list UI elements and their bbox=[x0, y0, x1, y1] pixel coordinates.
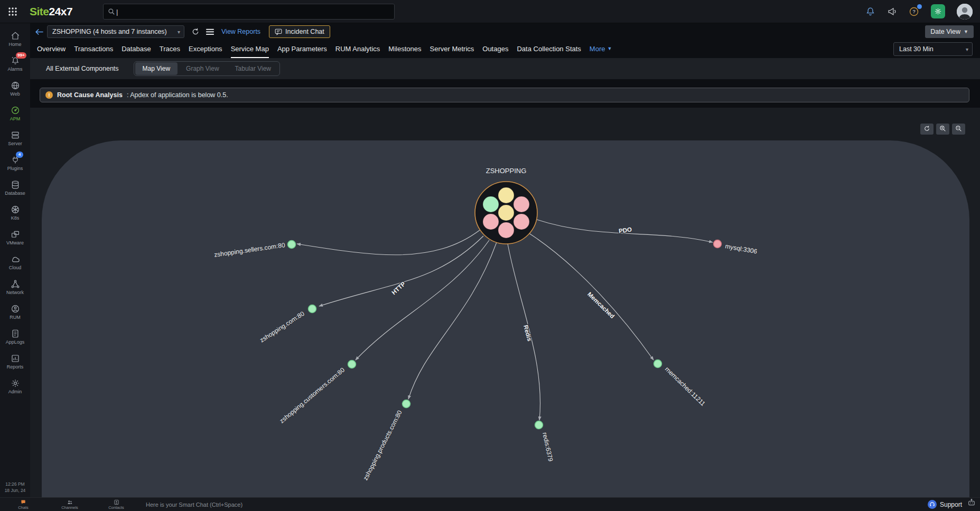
tab-rum-analytics[interactable]: RUM Analytics bbox=[335, 40, 380, 58]
component-node-products[interactable] bbox=[403, 400, 410, 408]
tab-database[interactable]: Database bbox=[122, 40, 151, 58]
tab-data-collection-stats[interactable]: Data Collection Stats bbox=[517, 40, 581, 58]
bottombar-item-chats[interactable]: Chats bbox=[0, 498, 46, 511]
smart-chat-hint[interactable]: Here is your Smart Chat (Ctrl+Space) bbox=[146, 501, 242, 508]
view-tabular-view[interactable]: Tabular View bbox=[228, 62, 278, 75]
sidebar-item-database[interactable]: Database bbox=[0, 175, 30, 200]
bottombar-item-contacts[interactable]: Contacts bbox=[93, 498, 139, 511]
view-reports-link[interactable]: View Reports bbox=[221, 28, 260, 35]
view-graph-view[interactable]: Graph View bbox=[179, 62, 226, 75]
tab-outages[interactable]: Outages bbox=[482, 40, 508, 58]
sidebar-item-rum[interactable]: RUM bbox=[0, 299, 30, 324]
chevron-down-icon: ▼ bbox=[964, 29, 968, 34]
tab-service-map[interactable]: Service Map bbox=[231, 40, 269, 58]
global-search[interactable]: | bbox=[103, 4, 395, 20]
component-label-zshopping: zshopping.com:80 bbox=[258, 310, 306, 344]
zoom-in-button[interactable] bbox=[936, 124, 949, 135]
application-label: ZSHOPPING bbox=[486, 167, 527, 175]
sidebar-item-label: RUM bbox=[10, 315, 21, 320]
sidebar-item-label: Network bbox=[6, 290, 24, 295]
sidebar-item-admin[interactable]: Admin bbox=[0, 374, 30, 399]
chat-shortcuts: ChatsChannelsContacts bbox=[0, 498, 139, 511]
site24x7-logo[interactable]: Site24x7 bbox=[30, 5, 72, 18]
rum-icon bbox=[11, 304, 20, 314]
support-headset-icon bbox=[928, 500, 937, 509]
sidebar-item-k8s[interactable]: K8s bbox=[0, 200, 30, 225]
admin-icon bbox=[11, 378, 20, 388]
app-launcher-grid-icon[interactable] bbox=[2, 0, 23, 23]
application-node-zshopping[interactable] bbox=[475, 182, 537, 244]
edge-to-zshopping[interactable] bbox=[319, 236, 483, 306]
component-node-mysql[interactable] bbox=[714, 240, 722, 248]
user-avatar[interactable] bbox=[957, 4, 973, 20]
chevron-down-icon: ▾ bbox=[966, 46, 968, 52]
reset-zoom-button[interactable] bbox=[920, 124, 934, 135]
sidebar-item-applogs[interactable]: AppLogs bbox=[0, 324, 30, 349]
chats-icon bbox=[21, 499, 26, 505]
edge-to-sellers[interactable] bbox=[297, 230, 480, 255]
incident-chat-button[interactable]: Incident Chat bbox=[269, 25, 330, 38]
instance-dot bbox=[514, 214, 529, 230]
sidebar-item-vmware[interactable]: VMware bbox=[0, 225, 30, 250]
bell-icon bbox=[865, 6, 875, 16]
time-range-label: Last 30 Min bbox=[899, 45, 934, 53]
zoho-apps-button[interactable] bbox=[931, 4, 945, 18]
help-button[interactable]: ? bbox=[909, 6, 919, 17]
instance-dot bbox=[483, 196, 499, 212]
sidebar-item-apm[interactable]: APM bbox=[0, 101, 30, 126]
root-cause-banner[interactable]: ! Root Cause Analysis : Apdex of applica… bbox=[40, 88, 969, 102]
service-map-canvas[interactable]: HTTPRedisMemcachedPDOzshopping.sellers.c… bbox=[30, 108, 980, 497]
search-input[interactable] bbox=[121, 8, 390, 16]
sidebar-item-label: Plugins bbox=[7, 166, 23, 171]
rca-title: Root Cause Analysis bbox=[57, 91, 123, 99]
tab-overview[interactable]: Overview bbox=[37, 40, 66, 58]
sidebar-item-web[interactable]: Web bbox=[0, 76, 30, 101]
tab-more[interactable]: More▼ bbox=[590, 40, 612, 58]
tab-bar: OverviewTransactionsDatabaseTracesExcept… bbox=[30, 40, 980, 58]
edge-to-products[interactable] bbox=[408, 242, 497, 399]
edge-label-redis: Redis bbox=[522, 324, 533, 342]
tab-exceptions[interactable]: Exceptions bbox=[189, 40, 222, 58]
cloud-icon bbox=[11, 254, 20, 264]
date-view-button[interactable]: Date View ▼ bbox=[925, 25, 974, 38]
text-cursor: | bbox=[116, 8, 118, 16]
server-icon bbox=[11, 130, 20, 140]
component-node-customers[interactable] bbox=[348, 361, 356, 368]
component-node-redis[interactable] bbox=[535, 421, 543, 429]
tab-transactions[interactable]: Transactions bbox=[74, 40, 113, 58]
notifications-button[interactable] bbox=[865, 6, 875, 16]
component-node-zshopping[interactable] bbox=[309, 305, 316, 313]
back-button[interactable] bbox=[33, 26, 45, 37]
grid-dots-icon bbox=[8, 7, 17, 16]
tab-milestones[interactable]: Milestones bbox=[388, 40, 421, 58]
time-range-dropdown[interactable]: Last 30 Min ▾ bbox=[893, 42, 973, 56]
zoom-out-icon bbox=[955, 125, 962, 134]
tab-server-metrics[interactable]: Server Metrics bbox=[430, 40, 474, 58]
applogs-icon bbox=[11, 329, 20, 338]
tab-traces[interactable]: Traces bbox=[160, 40, 180, 58]
refresh-button[interactable] bbox=[189, 25, 202, 38]
sidebar-item-reports[interactable]: Reports bbox=[0, 349, 30, 374]
component-node-memcached[interactable] bbox=[654, 360, 662, 368]
sidebar-item-home[interactable]: Home bbox=[0, 26, 30, 51]
zoom-out-button[interactable] bbox=[952, 124, 965, 135]
edge-to-customers[interactable] bbox=[356, 240, 489, 360]
view-map-view[interactable]: Map View bbox=[135, 62, 178, 75]
tab-app-parameters[interactable]: App Parameters bbox=[277, 40, 327, 58]
assistant-bot-icon[interactable] bbox=[967, 498, 976, 509]
list-menu-button[interactable] bbox=[203, 25, 216, 38]
bottombar-item-channels[interactable]: Channels bbox=[46, 498, 93, 511]
announcements-button[interactable] bbox=[887, 6, 897, 16]
component-label-sellers: zshopping.sellers.com:80 bbox=[213, 241, 285, 259]
sidebar-item-plugins[interactable]: Plugins4 bbox=[0, 150, 30, 175]
community-flower-icon bbox=[934, 7, 942, 15]
sidebar-item-alarms[interactable]: Alarms99+ bbox=[0, 51, 30, 76]
monitor-selector-dropdown[interactable]: ZSHOPPING (4 hosts and 7 instances) ▾ bbox=[47, 25, 184, 38]
sidebar-item-cloud[interactable]: Cloud bbox=[0, 250, 30, 275]
sidebar-item-network[interactable]: Network bbox=[0, 275, 30, 299]
component-node-sellers[interactable] bbox=[288, 241, 296, 249]
rca-message: : Apdex of application is below 0.5. bbox=[127, 91, 228, 99]
sidebar-item-server[interactable]: Server bbox=[0, 126, 30, 150]
edge-to-redis[interactable] bbox=[508, 244, 540, 420]
instance-dot bbox=[498, 187, 514, 203]
